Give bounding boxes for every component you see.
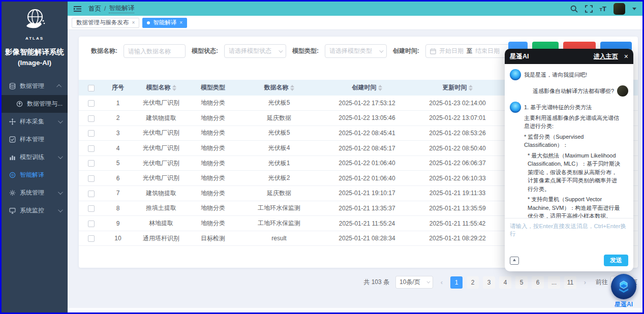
page-button-4[interactable]: 4: [499, 276, 511, 289]
fullscreen-icon[interactable]: [585, 5, 593, 13]
sidebar-item-8[interactable]: 系统监控: [2, 202, 68, 219]
sidebar-item-1[interactable]: 数据管理: [2, 77, 68, 95]
row-checkbox[interactable]: [88, 191, 95, 197]
upload-icon[interactable]: [510, 257, 519, 265]
sidebar-item-4[interactable]: 样本管理: [2, 131, 68, 148]
caret-down-icon[interactable]: [632, 8, 636, 10]
user-avatar[interactable]: [614, 3, 625, 15]
bottom-strip: [68, 308, 642, 312]
row-select-cell: [79, 201, 103, 216]
send-button[interactable]: 发送: [604, 255, 628, 266]
cell-updated: 2025-01-23 02:14:00: [412, 96, 503, 111]
cell-model_name: 推填土提取: [133, 201, 190, 216]
sort-icon[interactable]: [290, 85, 294, 91]
chat-message-text: 我是星遥，请向我提问吧!: [524, 69, 587, 79]
column-header-6[interactable]: 创建时间: [322, 80, 412, 96]
next-page-button[interactable]: ›: [580, 278, 590, 286]
breadcrumb-home[interactable]: 首页: [88, 5, 101, 13]
column-header-7[interactable]: 更新时间: [412, 80, 503, 96]
start-date-placeholder[interactable]: 开始日期: [439, 47, 464, 55]
filter-data-name-label: 数据名称:: [91, 47, 117, 55]
row-checkbox[interactable]: [88, 205, 95, 212]
collect-icon: [9, 118, 16, 125]
close-icon[interactable]: ×: [132, 20, 135, 25]
model-type-placeholder: 请选择模型类型: [329, 47, 372, 55]
cell-seq: 7: [103, 186, 133, 201]
row-select-cell: [79, 171, 103, 186]
data-name-input-field[interactable]: [128, 48, 181, 55]
end-date-placeholder[interactable]: 结束日期: [475, 47, 500, 55]
page-button-1[interactable]: 1: [450, 276, 463, 289]
system-title: 影像智能解译系统 (Image-AI): [2, 47, 68, 68]
sidebar-item-5[interactable]: 模型训练: [2, 148, 68, 166]
chevron-down-icon: [58, 190, 63, 195]
date-range-picker[interactable]: 开始日期 至 结束日期: [425, 44, 513, 58]
topbar: 首页 / 智能解译 TT: [68, 2, 642, 16]
sidebar-item-label: 智能解译: [20, 171, 63, 179]
collapse-menu-icon[interactable]: [74, 6, 81, 12]
row-checkbox[interactable]: [88, 221, 95, 227]
sort-icon[interactable]: [469, 85, 473, 91]
sidebar-item-label: 数据管理: [20, 82, 58, 90]
system-title-line2: (Image-AI): [2, 58, 68, 68]
row-select-cell: [79, 155, 103, 171]
row-checkbox[interactable]: [88, 175, 95, 182]
sidebar-item-6[interactable]: 智能解译: [2, 166, 68, 184]
cell-seq: 10: [103, 231, 133, 246]
model-type-select[interactable]: 请选择模型类型: [325, 44, 387, 58]
select-all-checkbox[interactable]: [88, 85, 95, 91]
column-header-3[interactable]: 模型名称: [133, 80, 190, 96]
close-icon[interactable]: ×: [179, 20, 182, 25]
column-label: 创建时间: [352, 84, 377, 91]
chevron-down-icon: [58, 118, 63, 123]
close-icon[interactable]: ×: [624, 53, 628, 60]
sort-icon[interactable]: [378, 85, 382, 91]
page-button-5[interactable]: 5: [515, 276, 528, 289]
row-checkbox[interactable]: [88, 235, 95, 242]
breadcrumb-current: 智能解译: [109, 4, 134, 13]
select-all-header[interactable]: [79, 80, 103, 96]
sort-icon[interactable]: [172, 85, 176, 91]
page-size-select[interactable]: 10条/页: [395, 276, 433, 289]
cell-data_name: 光伏板5: [236, 125, 322, 141]
assistant-label: 星遥AI: [609, 300, 638, 309]
page-button-2[interactable]: 2: [467, 276, 479, 289]
chat-message-text: 遥感影像自动解译方法都有哪些?: [533, 85, 614, 96]
assistant-launcher-icon[interactable]: [611, 274, 636, 299]
filter-model-type-label: 模型类型:: [292, 47, 319, 55]
font-size-icon[interactable]: TT: [600, 5, 606, 13]
chat-paragraph: 1. 基于光谱特征的分类方法: [524, 103, 622, 112]
filter-created-time-label: 创建时间:: [393, 47, 419, 55]
sidebar-item-2[interactable]: 数据管理与...: [2, 95, 68, 113]
model-status-select[interactable]: 请选择模型状态: [224, 44, 286, 58]
row-checkbox[interactable]: [88, 160, 95, 167]
tag-tab-2[interactable]: 智能解译×: [142, 18, 187, 28]
data-name-input[interactable]: [124, 44, 186, 58]
column-header-5[interactable]: 数据名称: [236, 80, 322, 96]
row-checkbox[interactable]: [88, 115, 95, 122]
cell-updated: 2025-01-22 06:10:33: [412, 171, 503, 186]
chat-home-link[interactable]: 进入主页: [594, 52, 618, 61]
chevron-down-icon: [379, 48, 383, 52]
cell-seq: 2: [103, 111, 133, 126]
row-checkbox[interactable]: [88, 100, 95, 107]
sidebar-item-7[interactable]: 系统管理: [2, 184, 68, 202]
cell-model_type: 地物分类: [190, 201, 236, 216]
sidebar-item-3[interactable]: 样本采集: [2, 113, 68, 131]
tag-tab-1[interactable]: 数据管理与服务发布×: [72, 18, 139, 28]
page-button-3[interactable]: 3: [483, 276, 495, 289]
cell-created: 2025-01-22 08:45:17: [322, 141, 412, 156]
cell-model_name: 光伏电厂识别: [133, 96, 190, 111]
page-button-6[interactable]: 6: [532, 276, 544, 289]
search-icon[interactable]: [570, 5, 578, 13]
column-label: 序号: [112, 84, 124, 91]
row-checkbox[interactable]: [88, 145, 95, 152]
page-button-11[interactable]: 11: [564, 276, 576, 289]
cell-data_name: 光伏板1: [236, 155, 322, 171]
page-size-value: 10条/页: [400, 278, 420, 287]
chevron-down-icon: [58, 207, 63, 212]
prev-page-button[interactable]: ‹: [437, 278, 446, 286]
row-checkbox[interactable]: [88, 130, 95, 137]
chat-input[interactable]: 请输入，按Enter直接发送消息，Ctrl+Enter换行: [510, 223, 628, 238]
gear-icon: [9, 190, 16, 197]
